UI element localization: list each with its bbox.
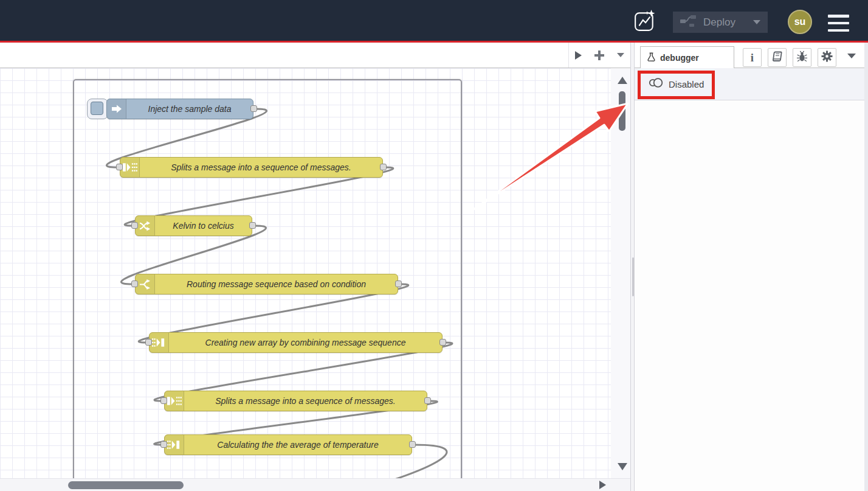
info-icon: i [751,51,754,64]
inject-icon [107,99,126,119]
toggle-label: Disabled [669,79,704,89]
debug-toolbar: Disabled [635,68,864,100]
scroll-right-icon[interactable] [575,51,582,60]
output-port[interactable] [424,397,431,404]
avatar-initials: su [794,16,806,27]
node-label: Inject the sample data [126,99,253,119]
scroll-up-arrow[interactable] [618,77,627,84]
node-label: Routing message sequence based on condit… [155,274,398,294]
bug-icon [796,50,808,64]
flow-list-icon[interactable] [617,53,624,57]
hamburger-menu-icon[interactable] [828,15,849,32]
canvas-vscroll-thumb[interactable] [619,91,625,131]
debug-messages-panel [635,100,864,491]
output-port[interactable] [250,105,257,112]
join-icon [150,333,169,352]
output-port[interactable] [439,339,446,346]
user-avatar[interactable]: su [788,10,812,34]
header: Deploy su [0,0,868,41]
flask-icon [647,52,656,64]
input-port[interactable] [145,339,152,346]
chevron-down-icon[interactable] [847,54,856,58]
deploy-icon [680,15,696,30]
deploy-dropdown-icon[interactable] [753,20,760,24]
split-icon [120,158,140,177]
switch-icon [136,274,155,294]
node-label: Calculating the the average of temperatu… [184,435,412,454]
deploy-label: Deploy [703,16,735,29]
deploy-button[interactable]: Deploy [673,12,768,33]
input-port[interactable] [131,222,138,229]
flow-node-inject[interactable]: Inject the sample data [106,99,253,119]
tab-debugger[interactable]: debugger [640,46,734,69]
workspace-tabbar [0,43,630,68]
flow-node-join[interactable]: Calculating the the average of temperatu… [164,434,412,455]
input-port[interactable] [160,441,167,448]
library-button[interactable] [768,48,787,67]
input-port[interactable] [160,397,167,404]
flow-node-change[interactable]: Kelvin to celcius [135,215,252,236]
flow-node-switch[interactable]: Routing message sequence based on condit… [135,274,398,294]
toggle-off-icon [648,77,664,91]
input-port[interactable] [116,164,123,170]
debug-button[interactable] [793,48,811,67]
join-icon [165,435,184,454]
output-port[interactable] [380,164,387,170]
node-label: Splits a message into a sequence of mess… [140,158,382,177]
flow-node-split[interactable]: Splits a message into a sequence of mess… [164,391,427,411]
canvas-hscroll-thumb[interactable] [68,481,184,489]
split-icon [165,391,184,411]
scroll-down-arrow[interactable] [618,463,627,470]
info-button[interactable]: i [743,48,762,67]
resize-handle[interactable] [632,257,634,296]
inject-button-pad [91,102,103,115]
flow-node-split[interactable]: Splits a message into a sequence of mess… [120,157,383,178]
debug-disabled-toggle[interactable]: Disabled [643,74,713,94]
input-port[interactable] [131,280,138,287]
flow-node-join[interactable]: Creating new array by combining message … [149,332,443,353]
sidebar: debugger i Disabled [635,43,868,491]
flow-canvas[interactable]: Inject the sample dataSplits a message i… [0,68,630,478]
sidebar-resize-separator[interactable] [630,43,635,491]
node-label: Kelvin to celcius [155,216,252,235]
output-port[interactable] [409,441,416,448]
sidebar-scrollbar[interactable] [864,43,868,491]
node-label: Creating new array by combining message … [169,333,442,352]
change-icon [136,216,155,235]
node-red-editor: Deploy su Inject the sample dataSplits a… [0,0,868,491]
gear-icon [821,50,833,64]
output-port[interactable] [395,280,402,287]
settings-button[interactable] [818,48,836,67]
tab-label: debugger [660,53,699,63]
book-icon [771,51,784,64]
ai-assistant-icon[interactable] [633,9,656,32]
add-flow-icon[interactable] [594,50,604,60]
scroll-right-arrow[interactable] [599,481,606,489]
inject-button[interactable] [87,99,108,119]
output-port[interactable] [249,222,256,229]
canvas-hscroll-track [0,478,630,491]
sidebar-header: debugger i [635,43,868,68]
node-label: Splits a message into a sequence of mess… [184,391,427,411]
